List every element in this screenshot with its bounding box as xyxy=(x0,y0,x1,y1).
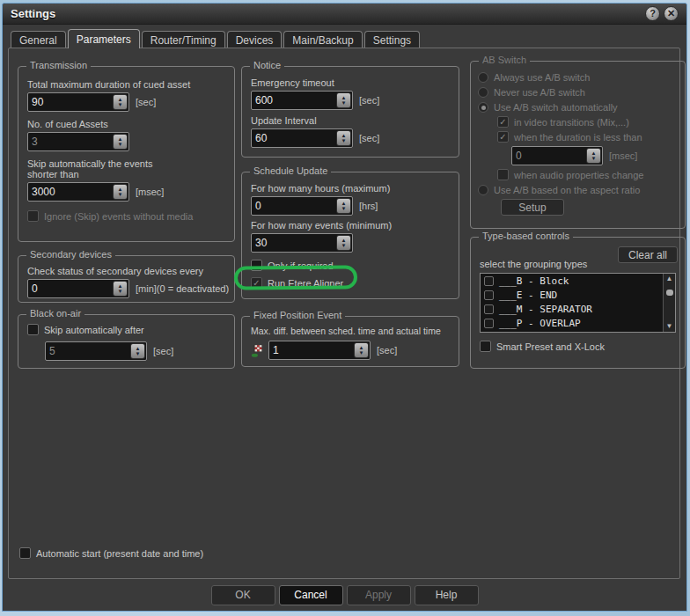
grouping-type-row[interactable]: ___S - START xyxy=(481,330,675,333)
skip-after-value[interactable]: 5 xyxy=(46,345,130,357)
check-status-value[interactable]: 0 xyxy=(28,282,113,295)
help-button[interactable]: ? xyxy=(645,6,660,21)
max-duration-spinner[interactable]: ▲ ▼ xyxy=(113,94,128,110)
auto-ab-radio[interactable] xyxy=(478,102,488,113)
always-ab-radio[interactable] xyxy=(478,72,488,83)
events-min-spinner[interactable]: ▲ ▼ xyxy=(336,235,351,251)
tab-devices[interactable]: Devices xyxy=(227,31,283,48)
skip-events-spinner[interactable]: ▲ ▼ xyxy=(113,184,128,200)
events-min-value[interactable]: 30 xyxy=(252,237,336,249)
hours-max-field[interactable]: 0 ▲ ▼ xyxy=(251,196,353,216)
audio-change-checkbox[interactable] xyxy=(497,169,509,180)
spin-down-icon[interactable]: ▼ xyxy=(359,350,364,356)
check-status-label: Check status of secondary devices every xyxy=(27,266,227,276)
skip-after-spinner[interactable]: ▲ ▼ xyxy=(130,343,145,359)
check-status-spinner[interactable]: ▲ ▼ xyxy=(113,281,128,297)
apply-button[interactable]: Apply xyxy=(347,585,411,605)
cancel-button[interactable]: Cancel xyxy=(279,585,343,605)
only-if-required-label: Only if required xyxy=(268,260,334,271)
grouping-type-checkbox[interactable] xyxy=(484,276,494,286)
black-on-air-group-title: Black on-air xyxy=(26,308,84,319)
scrollbar-thumb[interactable] xyxy=(666,290,673,296)
duration-less-spinner[interactable]: ▲ ▼ xyxy=(586,148,601,164)
spin-down-icon[interactable]: ▼ xyxy=(118,142,123,147)
max-duration-field[interactable]: 90 ▲ ▼ xyxy=(27,92,129,112)
titlebar[interactable]: Settings ? ✕ xyxy=(3,4,686,25)
only-if-required-checkbox[interactable] xyxy=(251,260,262,271)
hours-max-value[interactable]: 0 xyxy=(252,200,336,212)
video-transitions-checkbox[interactable]: ✓ xyxy=(497,116,509,128)
scroll-up-icon[interactable]: ▲ xyxy=(666,274,673,284)
grouping-type-row[interactable]: ___B - Block xyxy=(481,274,675,288)
spin-down-icon[interactable]: ▼ xyxy=(341,206,347,211)
grouping-type-checkbox[interactable] xyxy=(484,333,494,334)
tab-main-backup[interactable]: Main/Backup xyxy=(283,31,362,48)
aspect-ratio-label: Use A/B based on the aspect ratio xyxy=(494,185,640,195)
update-interval-spinner[interactable]: ▲ ▼ xyxy=(336,130,351,146)
events-min-field[interactable]: 30 ▲ ▼ xyxy=(251,233,353,253)
spin-down-icon[interactable]: ▼ xyxy=(591,156,597,161)
grouping-type-checkbox[interactable] xyxy=(484,304,494,314)
spin-down-icon[interactable]: ▼ xyxy=(341,100,347,106)
cued-assets-value[interactable]: 3 xyxy=(28,136,113,148)
automatic-start-label: Automatic start (present date and time) xyxy=(36,548,203,559)
listbox-scrollbar[interactable]: ▲ ▼ xyxy=(663,274,675,332)
tab-router-timing[interactable]: Router/Timing xyxy=(142,31,225,48)
update-interval-value[interactable]: 60 xyxy=(252,132,336,144)
spin-down-icon[interactable]: ▼ xyxy=(118,102,123,107)
transmission-group-title: Transmission xyxy=(26,60,91,70)
duration-less-checkbox[interactable]: ✓ xyxy=(497,131,509,143)
fixed-position-group-title: Fixed Position Event xyxy=(250,310,345,320)
cued-assets-field[interactable]: 3 ▲ ▼ xyxy=(27,132,129,151)
grouping-type-label: ___P - OVERLAP xyxy=(499,318,581,329)
max-diff-spinner[interactable]: ▲ ▼ xyxy=(354,342,369,358)
max-diff-label: Max. diff. between sched. time and actua… xyxy=(251,326,451,336)
spin-down-icon[interactable]: ▼ xyxy=(136,351,141,356)
dialog-button-row: OK Cancel Apply Help xyxy=(3,581,686,609)
aspect-ratio-radio[interactable] xyxy=(478,185,488,195)
duration-less-field[interactable]: 0 ▲ ▼ xyxy=(511,146,603,165)
max-duration-value[interactable]: 90 xyxy=(28,96,113,108)
duration-less-value[interactable]: 0 xyxy=(512,150,586,162)
hours-max-spinner[interactable]: ▲ ▼ xyxy=(336,198,351,214)
close-button[interactable]: ✕ xyxy=(664,6,679,21)
emergency-timeout-value[interactable]: 600 xyxy=(252,94,336,106)
spin-down-icon[interactable]: ▼ xyxy=(118,289,123,294)
setup-button[interactable]: Setup xyxy=(501,199,564,216)
check-status-field[interactable]: 0 ▲ ▼ xyxy=(27,279,129,298)
grouping-type-checkbox[interactable] xyxy=(484,319,494,328)
spin-down-icon[interactable]: ▼ xyxy=(341,243,347,248)
run-etere-aligner-checkbox[interactable]: ✓ xyxy=(251,277,262,289)
max-diff-field[interactable]: 1 ▲ ▼ xyxy=(268,341,371,360)
max-diff-value[interactable]: 1 xyxy=(269,344,354,356)
grouping-type-checkbox[interactable] xyxy=(484,290,494,300)
smart-preset-checkbox[interactable] xyxy=(480,341,491,352)
never-ab-radio[interactable] xyxy=(478,87,488,98)
tab-settings[interactable]: Settings xyxy=(364,31,420,48)
max-duration-unit: [sec] xyxy=(136,97,156,107)
spin-down-icon[interactable]: ▼ xyxy=(118,192,123,197)
emergency-timeout-spinner[interactable]: ▲ ▼ xyxy=(336,92,351,108)
max-diff-unit: [sec] xyxy=(377,345,397,356)
tab-general[interactable]: General xyxy=(11,31,66,48)
emergency-timeout-field[interactable]: 600 ▲ ▼ xyxy=(251,91,353,110)
skip-after-checkbox[interactable] xyxy=(27,324,39,335)
skip-events-field[interactable]: 3000 ▲ ▼ xyxy=(27,182,129,202)
scroll-down-icon[interactable]: ▼ xyxy=(666,321,673,332)
clear-all-button[interactable]: Clear all xyxy=(618,246,678,263)
update-interval-field[interactable]: 60 ▲ ▼ xyxy=(251,128,353,148)
audio-change-label: when audio properties change xyxy=(514,170,643,180)
spin-down-icon[interactable]: ▼ xyxy=(341,138,347,143)
grouping-type-row[interactable]: ___E - END xyxy=(481,288,675,302)
grouping-type-row[interactable]: ___P - OVERLAP xyxy=(481,316,675,330)
skip-after-field[interactable]: 5 ▲ ▼ xyxy=(45,341,147,361)
grouping-types-listbox[interactable]: ___B - Block ___E - END ___M - SEPARATOR… xyxy=(480,273,676,333)
grouping-type-row[interactable]: ___M - SEPARATOR xyxy=(481,302,675,316)
help-button-bottom[interactable]: Help xyxy=(415,585,479,605)
automatic-start-checkbox[interactable] xyxy=(19,547,31,559)
tab-parameters[interactable]: Parameters xyxy=(68,29,140,48)
skip-events-value[interactable]: 3000 xyxy=(28,186,113,198)
ignore-skip-checkbox[interactable] xyxy=(27,210,39,222)
cued-assets-spinner[interactable]: ▲ ▼ xyxy=(113,134,128,150)
ok-button[interactable]: OK xyxy=(211,585,275,605)
